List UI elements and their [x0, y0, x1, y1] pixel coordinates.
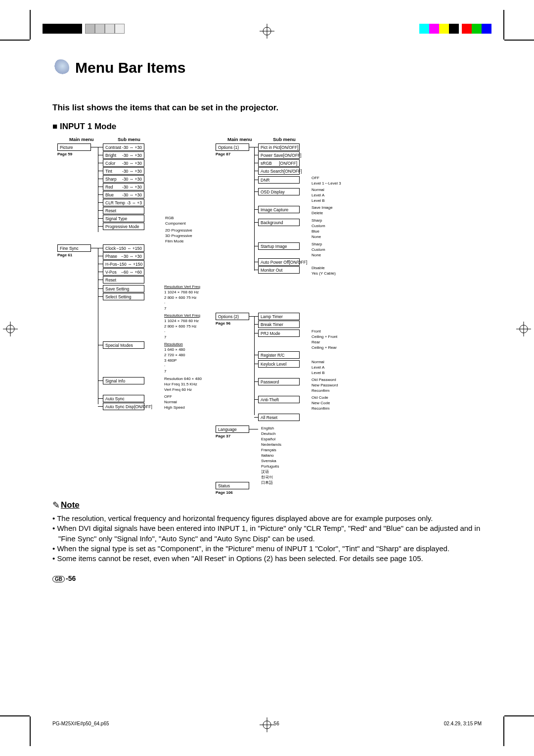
submenu-item: Color-30 ↔ +30 — [103, 159, 144, 167]
signal-info-table: Resolution 640 × 480Hor Freq 31.5 KHzVer… — [164, 376, 202, 392]
prj-opts: FrontCeiling + FrontRearCeiling + Rear — [312, 329, 337, 350]
page-ref: Page 61 — [57, 253, 72, 257]
note-label: Note — [61, 500, 80, 510]
menu-picture: Picture — [57, 143, 91, 151]
submenu-item: Background — [258, 219, 300, 226]
language-opts: EnglishDeutschEspañolNederlandsFrançaisI… — [261, 425, 281, 485]
password-opts: Old PasswordNew PasswordReconfirm — [312, 377, 338, 393]
submenu-item: Image Capture — [258, 206, 300, 213]
submenu-item: Reset — [103, 207, 144, 214]
submenu-item: Break Timer — [258, 321, 300, 328]
bg-opts: SharpCustomBlueNone — [312, 218, 325, 239]
submenu-item: Auto Sync — [103, 395, 144, 402]
submenu-item: Special Modes — [103, 341, 144, 349]
submenu-item: CLR Temp-3 ↔ +3 — [103, 199, 144, 206]
submenu-item: Pict in Pict[ON/OFF] — [258, 143, 300, 151]
submenu-item: Monitor Out — [258, 266, 300, 274]
submenu-item: Signal Type — [103, 215, 144, 222]
submenu-item: OSD Display — [258, 188, 300, 195]
subtitle: This list shows the items that can be se… — [52, 103, 482, 113]
submenu-item: Power Save[ON/OFF] — [258, 151, 300, 159]
footer: PG-M25X#E#p50_64.p65 56 02.4.29, 3:15 PM — [52, 721, 482, 726]
submenu-item: Contrast-30 ↔ +30 — [103, 143, 144, 151]
submenu-item: Register R/C — [258, 351, 300, 359]
note-item: Some items cannot be reset, even when "A… — [52, 554, 482, 564]
submenu-item: Signal Info — [103, 377, 144, 384]
footer-page: 56 — [274, 721, 279, 726]
submenu-item: Reset — [103, 276, 144, 284]
page-ref: Page 59 — [57, 152, 72, 156]
submenu-item: Sharp-30 ↔ +30 — [103, 175, 144, 183]
monitor-opts: DisableYes (Y Cable) — [312, 265, 336, 276]
mode-heading: INPUT 1 Mode — [52, 122, 482, 132]
submenu-item: Lamp Timer — [258, 313, 300, 320]
submenu-item: Auto Search[ON/OFF] — [258, 167, 300, 175]
menu-options1: Options (1) — [216, 143, 249, 151]
page-number: GB-56 — [52, 574, 482, 582]
page-ref: Page 96 — [216, 321, 230, 326]
footer-file: PG-M25X#E#p50_64.p65 — [52, 721, 109, 726]
save-setting-table: Resolution Vert Freq1 1024 × 768 60 Hz2 … — [164, 284, 200, 311]
col-header: Main menu — [227, 137, 252, 142]
registration-squares-color — [419, 24, 491, 34]
crop-mark — [504, 40, 534, 41]
submenu-item: Auto Power Off[ON/OFF] — [258, 258, 300, 266]
auto-sync-opts: OFFNormalHigh Speed — [164, 394, 185, 410]
submenu-item: Blue-30 ↔ +30 — [103, 191, 144, 198]
col-header: Sub menu — [273, 137, 296, 142]
submenu-item: Bright-30 ↔ +30 — [103, 151, 144, 159]
submenu-item: Keylock Level — [258, 360, 300, 368]
crop-mark — [30, 716, 31, 746]
submenu-item: Select Setting — [103, 293, 144, 300]
col-header: Sub menu — [118, 137, 140, 142]
keylock-opts: NormalLevel ALevel B — [312, 359, 325, 376]
submenu-item: H-Pos−150 ↔ +150 — [103, 260, 144, 268]
footer-date: 02.4.29, 3:15 PM — [444, 721, 482, 726]
submenu-item: Progressive Mode — [103, 223, 144, 230]
submenu-item: PRJ Mode — [258, 330, 300, 337]
submenu-item: sRGB[ON/OFF] — [258, 159, 300, 167]
registration-cross-icon — [516, 322, 531, 336]
menu-options2: Options (2) — [216, 313, 249, 320]
note-icon: ✎ — [52, 500, 60, 511]
submenu-item: Startup Image — [258, 242, 300, 250]
startup-opts: SharpCustomNone — [312, 241, 325, 258]
menu-language: Language — [216, 425, 249, 433]
submenu-item: Anti-Theft — [258, 396, 300, 403]
menu-status: Status — [216, 482, 249, 489]
crop-mark — [0, 715, 30, 716]
crop-mark — [30, 10, 31, 40]
note-item: When the signal type is set as "Componen… — [52, 544, 482, 554]
registration-cross-icon — [3, 322, 18, 336]
dnr-opts: OFFLevel 1↔Level 3 — [312, 175, 341, 186]
note-item: The resolution, vertical frequency and h… — [52, 514, 482, 523]
note-list: The resolution, vertical frequency and h… — [52, 514, 482, 564]
antitheft-opts: Old CodeNew CodeReconfirm — [312, 395, 330, 411]
crop-mark — [504, 715, 534, 716]
progressive-opts: 2D Progressive3D ProgressiveFilm Mode — [165, 228, 192, 244]
submenu-item: Red-30 ↔ +30 — [103, 183, 144, 190]
submenu-item: Phase−30 ↔ +30 — [103, 252, 144, 260]
submenu-item: DNR — [258, 176, 300, 184]
special-modes-table: Resolution1 640 × 4802 720 × 4803 480P·7 — [164, 341, 185, 374]
page-title: Menu Bar Items — [75, 59, 185, 76]
note-item: When DVI digital signals have been enter… — [52, 523, 482, 544]
signal-type-opts: RGBComponent — [165, 215, 185, 226]
select-setting-table: Resolution Vert Freq1 1024 × 768 60 Hz2 … — [164, 313, 200, 340]
page-ref: Page 106 — [216, 490, 233, 495]
crop-mark — [503, 10, 504, 40]
submenu-item: All Reset — [258, 414, 300, 421]
menu-tree-diagram: Main menu Sub menu Main menu Sub menu Pi… — [52, 137, 482, 493]
registration-cross-icon — [260, 24, 274, 39]
page-ref: Page 87 — [216, 152, 230, 156]
submenu-item: Password — [258, 378, 300, 385]
page-ref: Page 37 — [216, 434, 230, 438]
crop-mark — [0, 40, 30, 41]
submenu-item: V-Pos−60 ↔ +60 — [103, 268, 144, 276]
submenu-item: Save Setting — [103, 285, 144, 292]
menu-finesync: Fine Sync — [57, 244, 91, 252]
crop-mark — [503, 716, 504, 746]
imgcap-opts: Save ImageDelete — [312, 205, 333, 216]
submenu-item: Tint-30 ↔ +30 — [103, 167, 144, 175]
submenu-item: Auto Sync Disp[ON/OFF] — [103, 403, 144, 410]
